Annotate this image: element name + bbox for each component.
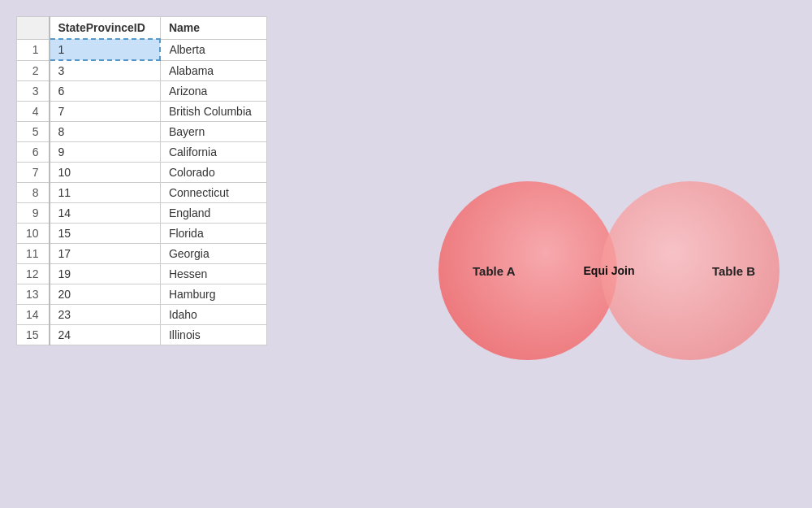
cell-name: Alabama xyxy=(160,60,266,81)
table-row[interactable]: 58Bayern xyxy=(17,122,267,142)
cell-rownum: 11 xyxy=(17,244,50,264)
table-row[interactable]: 1320Hamburg xyxy=(17,284,267,305)
table-row[interactable]: 914England xyxy=(17,203,267,224)
cell-rownum: 6 xyxy=(17,142,50,163)
cell-stateprovinceid[interactable]: 7 xyxy=(50,102,161,122)
cell-stateprovinceid[interactable]: 24 xyxy=(50,325,161,345)
cell-name: Alberta xyxy=(160,39,266,60)
cell-name: British Columbia xyxy=(160,102,266,122)
cell-rownum: 14 xyxy=(17,305,50,325)
cell-rownum: 9 xyxy=(17,203,50,224)
cell-rownum: 8 xyxy=(17,183,50,203)
table-row[interactable]: 1423Idaho xyxy=(17,305,267,325)
venn-diagram: Table A Equi Join Table B xyxy=(438,177,780,364)
cell-name: Hessen xyxy=(160,264,266,284)
cell-name: Florida xyxy=(160,224,266,244)
cell-rownum: 7 xyxy=(17,163,50,183)
venn-section: Table A Equi Join Table B xyxy=(414,16,804,500)
cell-stateprovinceid[interactable]: 3 xyxy=(50,60,161,81)
table-section: StateProvinceID Name 11Alberta23Alabama3… xyxy=(16,16,390,345)
cell-rownum: 3 xyxy=(17,81,50,102)
cell-name: England xyxy=(160,203,266,224)
table-row[interactable]: 11Alberta xyxy=(17,39,267,60)
data-table: StateProvinceID Name 11Alberta23Alabama3… xyxy=(16,16,267,345)
table-row[interactable]: 36Arizona xyxy=(17,81,267,102)
cell-rownum: 2 xyxy=(17,60,50,81)
cell-rownum: 5 xyxy=(17,122,50,142)
col-header-name: Name xyxy=(160,17,266,40)
main-container: StateProvinceID Name 11Alberta23Alabama3… xyxy=(0,0,812,508)
cell-name: California xyxy=(160,142,266,163)
cell-name: Illinois xyxy=(160,325,266,345)
cell-rownum: 12 xyxy=(17,264,50,284)
cell-stateprovinceid[interactable]: 19 xyxy=(50,264,161,284)
cell-rownum: 13 xyxy=(17,284,50,305)
table-row[interactable]: 811Connecticut xyxy=(17,183,267,203)
table-row[interactable]: 1117Georgia xyxy=(17,244,267,264)
cell-stateprovinceid[interactable]: 1 xyxy=(50,39,161,60)
table-row[interactable]: 710Colorado xyxy=(17,163,267,183)
cell-name: Idaho xyxy=(160,305,266,325)
cell-name: Bayern xyxy=(160,122,266,142)
table-row[interactable]: 47British Columbia xyxy=(17,102,267,122)
venn-label-equi-join: Equi Join xyxy=(584,264,635,277)
cell-rownum: 4 xyxy=(17,102,50,122)
cell-rownum: 10 xyxy=(17,224,50,244)
cell-stateprovinceid[interactable]: 6 xyxy=(50,81,161,102)
cell-rownum: 1 xyxy=(17,39,50,60)
col-header-rownum xyxy=(17,17,50,40)
cell-rownum: 15 xyxy=(17,325,50,345)
venn-label-table-b: Table B xyxy=(712,263,755,277)
cell-stateprovinceid[interactable]: 20 xyxy=(50,284,161,305)
cell-stateprovinceid[interactable]: 15 xyxy=(50,224,161,244)
cell-stateprovinceid[interactable]: 9 xyxy=(50,142,161,163)
venn-label-table-a: Table A xyxy=(473,263,516,277)
table-row[interactable]: 1524Illinois xyxy=(17,325,267,345)
table-row[interactable]: 1219Hessen xyxy=(17,264,267,284)
table-row[interactable]: 69California xyxy=(17,142,267,163)
cell-stateprovinceid[interactable]: 11 xyxy=(50,183,161,203)
cell-stateprovinceid[interactable]: 10 xyxy=(50,163,161,183)
col-header-stateprovinceid: StateProvinceID xyxy=(50,17,161,40)
cell-stateprovinceid[interactable]: 23 xyxy=(50,305,161,325)
cell-name: Arizona xyxy=(160,81,266,102)
cell-stateprovinceid[interactable]: 17 xyxy=(50,244,161,264)
cell-name: Georgia xyxy=(160,244,266,264)
table-row[interactable]: 23Alabama xyxy=(17,60,267,81)
table-row[interactable]: 1015Florida xyxy=(17,224,267,244)
cell-stateprovinceid[interactable]: 8 xyxy=(50,122,161,142)
cell-stateprovinceid[interactable]: 14 xyxy=(50,203,161,224)
cell-name: Colorado xyxy=(160,163,266,183)
cell-name: Hamburg xyxy=(160,284,266,305)
cell-name: Connecticut xyxy=(160,183,266,203)
